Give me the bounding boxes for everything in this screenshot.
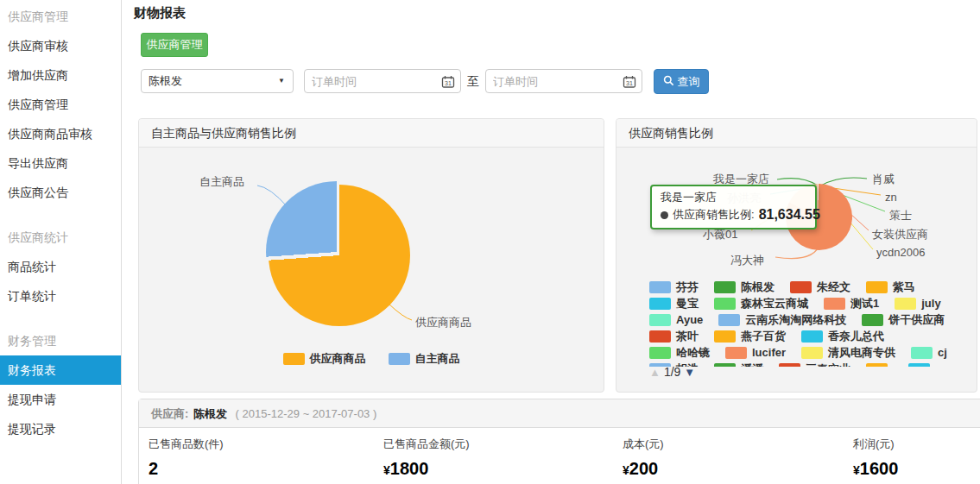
sidebar-item[interactable]: 商品统计	[0, 252, 121, 281]
legend-item[interactable]: 燕子百货	[714, 330, 786, 343]
pie-callout-label: ycdn2006	[876, 246, 925, 259]
legend-swatch	[801, 347, 823, 359]
summary-stat: 已售商品数(件)2	[149, 437, 224, 479]
panel-title: 自主商品与供应商销售比例	[139, 119, 604, 148]
pager-up-icon[interactable]: ▲	[649, 366, 661, 379]
pie-callout-label: 肖威	[872, 172, 895, 187]
legend-pager: ▲ 1/9 ▼	[649, 365, 695, 379]
legend-swatch	[790, 281, 812, 293]
sidebar-item[interactable]: 供应商审核	[0, 31, 121, 60]
date-from-field[interactable]: 31	[304, 69, 461, 93]
legend-item[interactable]	[866, 363, 893, 367]
page-title: 财物报表	[134, 5, 186, 22]
calendar-icon[interactable]: 31	[441, 75, 455, 92]
stat-value: 2	[149, 459, 224, 479]
sidebar-item[interactable]: 增加供应商	[0, 60, 121, 90]
calendar-icon[interactable]: 31	[623, 75, 636, 92]
supplier-summary-panel: 供应商: 陈根发 ( 2015-12-29 ~ 2017-07-03 ) 已售商…	[138, 399, 980, 484]
own-vs-supplier-chart-panel: 自主商品与供应商销售比例 自主商品 供应商商品 供应商商品自主商品	[138, 118, 604, 393]
sidebar-item[interactable]: 供应商管理	[0, 90, 121, 119]
legend-item[interactable]: 测试1	[824, 298, 879, 310]
legend-item[interactable]: 朱经文	[790, 281, 850, 293]
legend-swatch	[649, 330, 671, 343]
legend-swatch	[824, 298, 845, 310]
legend-item[interactable]: 饼干供应商	[862, 314, 945, 326]
pie-callout-label: 女装供应商	[872, 227, 928, 242]
legend-item[interactable]: 三泰实业	[779, 363, 850, 367]
summary-stats: 已售商品数(件)2已售商品金额(元)¥1800成本(元)¥200利润(元)¥16…	[139, 428, 980, 484]
legend-item[interactable]: lucifer	[725, 347, 786, 359]
stat-value: ¥200	[623, 459, 664, 479]
tooltip-series-dot	[661, 211, 668, 219]
currency-symbol: ¥	[383, 463, 390, 477]
legend-swatch	[801, 330, 823, 343]
legend-item[interactable]: 森林宝云商城	[714, 298, 808, 310]
search-icon	[663, 75, 674, 89]
sidebar-item[interactable]: 供应商商品审核	[0, 119, 121, 148]
summary-date-range: ( 2015-12-29 ~ 2017-07-03 )	[236, 407, 377, 420]
legend-label: 哈哈镜	[676, 347, 710, 359]
legend-item[interactable]: 茶叶	[649, 330, 699, 343]
supplier-sales-chart-panel: 供应商销售比例 我是一家店孙洪亮小薇01冯大神肖威zn策士女装供应商ycdn20…	[616, 118, 977, 393]
date-to-input[interactable]	[486, 70, 611, 92]
supplier-manage-button[interactable]: 供应商管理	[141, 33, 208, 57]
pie-slice-own[interactable]	[266, 181, 408, 323]
legend-swatch	[725, 347, 747, 359]
legend-label: 供应商商品	[310, 351, 366, 367]
sidebar-item-active[interactable]: 财务报表	[0, 355, 121, 385]
legend-item[interactable]: cj	[911, 347, 947, 359]
legend-item[interactable]: 香奈儿总代	[801, 330, 884, 343]
legend-item[interactable]: 自主商品	[389, 351, 460, 367]
sidebar-section-label: 供应商管理	[0, 2, 121, 31]
pager-down-icon[interactable]: ▼	[684, 366, 695, 379]
currency-symbol: ¥	[853, 463, 860, 477]
legend-item[interactable]: 紫马	[866, 281, 915, 293]
sidebar-item[interactable]: 订单统计	[0, 281, 121, 311]
pie-callout-label: 冯大神	[730, 253, 764, 268]
pie-callout-label: zn	[885, 191, 897, 204]
legend-item[interactable]: Ayue	[649, 314, 703, 326]
page: 供应商管理供应商审核增加供应商供应商管理供应商商品审核导出供应商供应商公告供应商…	[0, 0, 980, 484]
legend-label: 香奈儿总代	[828, 330, 884, 343]
stat-label: 成本(元)	[623, 437, 664, 452]
date-to-field[interactable]: 31	[485, 69, 642, 93]
tooltip-value: 81,634.55	[759, 207, 820, 223]
legend-label: 饼干供应商	[888, 314, 945, 326]
chevron-down-icon: ▼	[278, 70, 285, 92]
legend-item[interactable]: 云南乐淘淘网络科技	[718, 314, 846, 326]
sidebar-item[interactable]: 提现申请	[0, 385, 121, 414]
legend-item[interactable]: 潘潘	[714, 363, 763, 367]
legend-item[interactable]: 哈哈镜	[649, 347, 710, 359]
legend-item[interactable]: 清风电商专供	[801, 347, 895, 359]
legend-item[interactable]: 曼宝	[649, 298, 699, 310]
sidebar-item[interactable]: 提现记录	[0, 414, 121, 443]
own-vs-supplier-pie[interactable]	[269, 185, 410, 326]
legend-item[interactable]: 陈根发	[714, 281, 775, 293]
legend-swatch	[649, 314, 671, 326]
legend-item[interactable]	[908, 363, 935, 367]
date-from-input[interactable]	[305, 70, 430, 92]
left-chart-legend: 供应商商品自主商品	[139, 351, 604, 367]
legend-item[interactable]: 供应商商品	[283, 351, 366, 367]
legend-label: cj	[938, 347, 947, 359]
summary-header: 供应商: 陈根发 ( 2015-12-29 ~ 2017-07-03 )	[139, 399, 980, 428]
legend-label: 三泰实业	[806, 363, 850, 367]
tooltip-title: 我是一家店	[661, 190, 806, 205]
query-button[interactable]: 查询	[654, 69, 709, 94]
sidebar-item[interactable]: 供应商公告	[0, 178, 121, 207]
legend-swatch	[779, 363, 800, 367]
stat-label: 利润(元)	[853, 437, 898, 452]
supplier-select[interactable]: 陈根发 ▼	[141, 69, 294, 93]
stat-label: 已售商品金额(元)	[383, 437, 470, 452]
svg-text:31: 31	[626, 80, 633, 86]
sidebar-item[interactable]: 导出供应商	[0, 148, 121, 178]
pie-callout-label: 策士	[889, 208, 912, 223]
legend-label: 潘潘	[741, 363, 763, 367]
legend-item[interactable]: july	[895, 298, 940, 310]
legend-item[interactable]: 芬芬	[649, 281, 699, 293]
legend-label: 陈根发	[741, 281, 775, 293]
between-label: 至	[467, 74, 479, 90]
svg-text:31: 31	[445, 80, 452, 86]
legend-swatch	[389, 353, 410, 365]
legend-swatch	[862, 314, 883, 326]
